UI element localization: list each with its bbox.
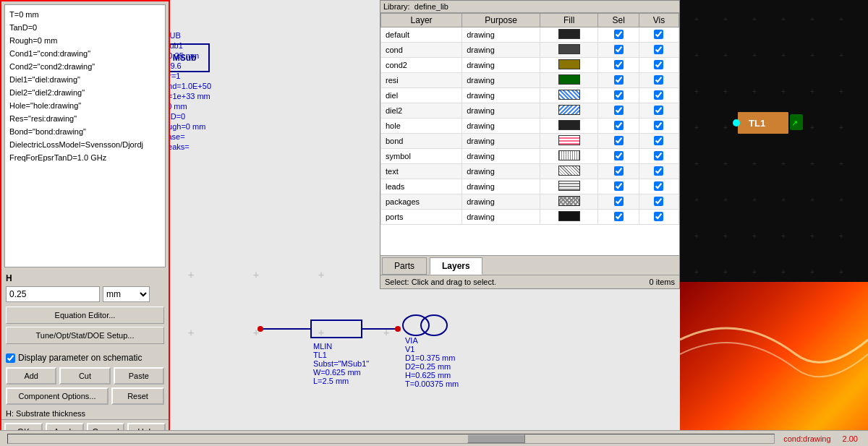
layer-fill-default[interactable]: [540, 27, 598, 43]
layer-row-diel[interactable]: dieldrawing: [381, 88, 679, 103]
layer-vis-cond[interactable]: [639, 43, 678, 58]
layers-header: Library: define_lib: [380, 1, 679, 13]
param-Diel1: Diel1="diel:drawing": [8, 73, 162, 86]
layer-row-cond[interactable]: conddrawing: [381, 43, 679, 58]
layer-fill-hole[interactable]: [540, 119, 598, 134]
layer-vis-leads[interactable]: [639, 179, 678, 194]
layer-fill-bond[interactable]: [540, 134, 598, 149]
layer-purpose-symbol: drawing: [462, 149, 540, 164]
layer-fill-text[interactable]: [540, 164, 598, 179]
layer-vis-ports[interactable]: [639, 210, 678, 225]
svg-text:+: +: [752, 232, 757, 240]
h-unit-select[interactable]: mm um mil: [103, 286, 150, 302]
layers-table[interactable]: Layer Purpose Fill Sel Vis defaultdrawin…: [380, 13, 679, 255]
layer-fill-diel2[interactable]: [540, 103, 598, 119]
component-options-row: Component Options... Reset: [1, 387, 169, 408]
layer-fill-packages[interactable]: [540, 194, 598, 210]
layer-vis-default[interactable]: [639, 27, 678, 43]
layer-sel-hole[interactable]: [598, 119, 639, 134]
eda-canvas-main[interactable]: ++++++ ++++++ ++++++ ++++++ ++++++ +++++…: [680, 0, 868, 282]
tune-setup-btn[interactable]: Tune/Opt/Stat/DOE Setup...: [6, 327, 164, 344]
scrollbar-thumb[interactable]: [467, 434, 525, 443]
equation-editor-btn[interactable]: Equation Editor...: [6, 306, 164, 324]
layer-row-resi[interactable]: residrawing: [381, 73, 679, 88]
param-TanD: TanD=0: [8, 21, 162, 34]
reset-btn[interactable]: Reset: [111, 387, 164, 405]
layer-row-leads[interactable]: leadsdrawing: [381, 179, 679, 194]
svg-text:MLIN: MLIN: [313, 342, 332, 351]
display-param-checkbox[interactable]: [6, 353, 15, 363]
svg-point-14: [258, 326, 263, 332]
svg-text:+: +: [810, 268, 814, 276]
svg-text:L=2.5 mm: L=2.5 mm: [313, 377, 349, 385]
layer-sel-cond[interactable]: [598, 43, 639, 58]
param-list[interactable]: T=0 mm TanD=0 Rough=0 mm Cond1="cond:dra…: [4, 4, 166, 267]
svg-text:+: +: [694, 51, 699, 59]
layer-sel-diel[interactable]: [598, 88, 639, 103]
svg-text:+: +: [723, 124, 728, 132]
layer-row-symbol[interactable]: symboldrawing: [381, 149, 679, 164]
layer-sel-packages[interactable]: [598, 194, 639, 210]
layer-sel-ports[interactable]: [598, 210, 639, 225]
layer-vis-hole[interactable]: [639, 119, 678, 134]
items-count: 0 items: [650, 278, 675, 286]
layer-fill-symbol[interactable]: [540, 149, 598, 164]
layer-vis-cond2[interactable]: [639, 58, 678, 73]
layer-row-ports[interactable]: portsdrawing: [381, 210, 679, 225]
layer-row-default[interactable]: defaultdrawing: [381, 27, 679, 43]
layer-fill-leads[interactable]: [540, 179, 598, 194]
eda-canvas: ++++++ ++++++ ++++++ ++++++ ++++++ +++++…: [680, 0, 868, 446]
layer-sel-bond[interactable]: [598, 134, 639, 149]
layer-fill-cond[interactable]: [540, 43, 598, 58]
layer-row-diel2[interactable]: diel2drawing: [381, 103, 679, 119]
layer-row-cond2[interactable]: cond2drawing: [381, 58, 679, 73]
layer-row-hole[interactable]: holedrawing: [381, 119, 679, 134]
layer-purpose-hole: drawing: [462, 119, 540, 134]
svg-text:+: +: [723, 87, 728, 95]
svg-text:+: +: [839, 124, 843, 132]
layer-sel-symbol[interactable]: [598, 149, 639, 164]
svg-text:H=0.625 mm: H=0.625 mm: [405, 371, 451, 379]
layer-row-packages[interactable]: packagesdrawing: [381, 194, 679, 210]
layer-name-diel: diel: [381, 88, 462, 103]
paste-btn[interactable]: Paste: [114, 367, 164, 385]
add-btn[interactable]: Add: [6, 367, 56, 385]
layer-vis-bond[interactable]: [639, 134, 678, 149]
tab-parts[interactable]: Parts: [382, 257, 427, 275]
layer-vis-symbol[interactable]: [639, 149, 678, 164]
layer-vis-diel2[interactable]: [639, 103, 678, 119]
layer-fill-cond2[interactable]: [540, 58, 598, 73]
layer-sel-diel2[interactable]: [598, 103, 639, 119]
layer-fill-diel[interactable]: [540, 88, 598, 103]
component-options-btn[interactable]: Component Options...: [6, 387, 109, 405]
layer-purpose-resi: drawing: [462, 73, 540, 88]
tab-layers[interactable]: Layers: [430, 257, 482, 275]
svg-text:+: +: [781, 51, 786, 59]
layer-sel-resi[interactable]: [598, 73, 639, 88]
cut-btn[interactable]: Cut: [59, 367, 110, 385]
svg-text:+: +: [188, 269, 194, 280]
layer-vis-text[interactable]: [639, 164, 678, 179]
layer-vis-packages[interactable]: [639, 194, 678, 210]
layer-sel-default[interactable]: [598, 27, 639, 43]
fire-svg: [680, 282, 868, 446]
col-fill: Fill: [540, 14, 598, 27]
svg-text:+: +: [318, 269, 324, 280]
layer-row-bond[interactable]: bonddrawing: [381, 134, 679, 149]
param-dialog: T=0 mm TanD=0 Rough=0 mm Cond1="cond:dra…: [0, 0, 170, 446]
layer-vis-resi[interactable]: [639, 73, 678, 88]
layer-fill-ports[interactable]: [540, 210, 598, 225]
horizontal-scrollbar[interactable]: [7, 434, 775, 444]
library-name: define_lib: [414, 2, 448, 11]
h-value-input[interactable]: [6, 286, 100, 302]
layer-sel-text[interactable]: [598, 164, 639, 179]
layer-fill-resi[interactable]: [540, 73, 598, 88]
layer-sel-leads[interactable]: [598, 179, 639, 194]
svg-text:VIA: VIA: [405, 336, 418, 345]
layer-sel-cond2[interactable]: [598, 58, 639, 73]
layer-row-text[interactable]: textdrawing: [381, 164, 679, 179]
layer-vis-diel[interactable]: [639, 88, 678, 103]
status-value: 2.00: [837, 434, 864, 443]
svg-text:+: +: [752, 196, 757, 204]
param-Bond: Bond="bond:drawing": [8, 125, 162, 138]
